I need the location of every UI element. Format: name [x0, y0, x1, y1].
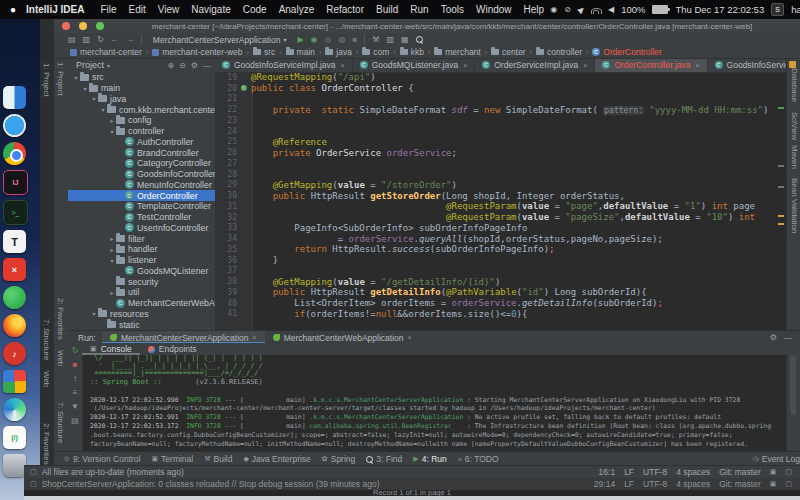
- menu-item[interactable]: View: [152, 4, 186, 15]
- lock-icon[interactable]: ▣: [770, 468, 777, 476]
- chevron-down-icon[interactable]: ▾: [108, 257, 116, 264]
- stop-icon[interactable]: ■: [73, 360, 78, 369]
- tree-item[interactable]: CUserInfoController: [68, 223, 215, 234]
- menu-app-name[interactable]: IntelliJ IDEA: [26, 4, 84, 15]
- tool-window-button[interactable]: ⚒Build: [204, 454, 232, 464]
- code-line[interactable]: 38 @GetMapping(value = "/getDetailInfo/{…: [215, 276, 786, 287]
- dock-icon-terminal[interactable]: >_: [3, 200, 28, 225]
- hide-icon[interactable]: —: [784, 333, 792, 342]
- screen-icon[interactable]: ▢: [785, 480, 792, 488]
- menu-item[interactable]: Edit: [123, 4, 152, 15]
- run-console[interactable]: \/ ___)| |_)| | | | | || (_| | ) ) ) ) '…: [82, 355, 794, 451]
- tree-item[interactable]: ▸config: [68, 115, 215, 126]
- run-configuration-select[interactable]: MerchantCenterServerApplication▾: [153, 35, 287, 45]
- menu-item[interactable]: Refactor: [320, 4, 370, 15]
- tree-item[interactable]: security: [68, 276, 215, 287]
- tool-stripe-label[interactable]: 7: Structure: [42, 319, 51, 360]
- dock-icon-red-x-app[interactable]: ×: [3, 258, 26, 281]
- tree-item[interactable]: ▾controller: [68, 126, 215, 137]
- editor-tab[interactable]: COrderServiceImpl.java×: [475, 58, 595, 72]
- tree-item[interactable]: static: [68, 319, 215, 330]
- tool-window-button[interactable]: ▶4: Run: [413, 454, 446, 464]
- screen-icon[interactable]: ▢: [785, 468, 792, 476]
- editor-tab[interactable]: CGoodsInfoService.java×: [708, 58, 786, 72]
- breadcrumb-item[interactable]: center: [491, 47, 526, 57]
- breadcrumb-item[interactable]: java: [325, 47, 352, 57]
- status-segment[interactable]: UTF-8: [643, 467, 667, 477]
- tree-item[interactable]: ▸handler: [68, 244, 215, 255]
- event-log-button[interactable]: ◷Event Log: [753, 454, 800, 464]
- scrollbar-error-stripe-mark[interactable]: [778, 165, 784, 167]
- softwrap-icon[interactable]: ≡: [73, 388, 78, 397]
- code-line[interactable]: 20public class OrderController {: [215, 83, 786, 94]
- close-icon[interactable]: ×: [463, 62, 467, 69]
- close-icon[interactable]: ×: [583, 62, 587, 69]
- scrollbar-error-stripe-mark[interactable]: [778, 215, 784, 217]
- search-everywhere-icon[interactable]: [416, 36, 423, 43]
- close-icon[interactable]: ×: [407, 334, 411, 341]
- code-line[interactable]: 26 private OrderService orderService;: [215, 147, 786, 158]
- code-line[interactable]: 31 @RequestParam(value = "page",defaultV…: [215, 201, 786, 212]
- tool-window-button[interactable]: 3: Find: [366, 454, 402, 464]
- chevron-down-icon[interactable]: ▾: [81, 85, 89, 92]
- tool-stripe-label[interactable]: 2: Favorites: [42, 423, 51, 465]
- breadcrumb-item[interactable]: com: [362, 47, 389, 57]
- stop-icon[interactable]: ■: [353, 35, 358, 44]
- code-line[interactable]: 29 @GetMapping(value = "/storeOrder"): [215, 180, 786, 191]
- inspection-status-icon[interactable]: [789, 61, 796, 68]
- scrollbar-error-stripe-mark[interactable]: [778, 107, 784, 109]
- build-hammer-icon[interactable]: ⚒: [372, 35, 379, 44]
- breadcrumb-item[interactable]: COrderController: [592, 47, 662, 57]
- stats-badge-icon[interactable]: ◉: [550, 5, 557, 14]
- tool-window-button[interactable]: ◆Java Enterprise: [243, 454, 310, 464]
- code-line[interactable]: 27: [215, 158, 786, 169]
- dock-icon-safari[interactable]: [3, 114, 26, 137]
- tool-stripe-label[interactable]: 1: Project: [56, 62, 65, 96]
- code-line[interactable]: 22 private static SimpleDateFormat sdf =…: [215, 104, 786, 115]
- dock-icon-green-app[interactable]: [3, 286, 26, 309]
- chevron-down-icon[interactable]: ▾: [72, 74, 80, 81]
- tool-stripe-label[interactable]: 2: Favorites: [56, 298, 65, 340]
- breadcrumb-item[interactable]: src: [253, 47, 275, 57]
- code-line[interactable]: 41 if(orderItems!=null&&orderItems.size(…: [215, 309, 786, 320]
- editor-tab[interactable]: CGoodsMQListener.java×: [353, 58, 476, 72]
- locate-icon[interactable]: ⊕: [167, 61, 174, 70]
- tool-stripe-label[interactable]: Web: [56, 350, 65, 366]
- menu-item[interactable]: Navigate: [185, 4, 236, 15]
- menu-user[interactable]: hadoop: [791, 4, 800, 15]
- code-line[interactable]: 19@RequestMapping("/api"): [215, 72, 786, 83]
- chevron-right-icon[interactable]: ▸: [108, 246, 116, 253]
- code-line[interactable]: 24: [215, 126, 786, 137]
- layout-icon[interactable]: ▦: [401, 35, 409, 44]
- status-segment[interactable]: 29:14: [594, 479, 615, 489]
- menu-item[interactable]: Window: [470, 4, 518, 15]
- code-line[interactable]: 23: [215, 115, 786, 126]
- scrollend-icon[interactable]: ▼: [71, 402, 79, 411]
- dock-icon-finder[interactable]: [3, 86, 26, 109]
- menu-item[interactable]: Help: [518, 4, 551, 15]
- clear-icon[interactable]: ▤: [71, 416, 79, 425]
- tree-item[interactable]: ▾listener: [68, 255, 215, 266]
- code-editor[interactable]: 19@RequestMapping("/api")20public class …: [215, 72, 786, 330]
- dock-icon-code-app[interactable]: (/): [3, 426, 26, 449]
- dock-icon-intellij-idea[interactable]: IJ: [3, 170, 28, 195]
- dock-icon-swirl-app[interactable]: [3, 398, 26, 421]
- scrollbar-error-stripe-mark[interactable]: [778, 186, 784, 188]
- tree-item[interactable]: CAuthController: [68, 137, 215, 148]
- scrollbar-error-stripe-mark[interactable]: [778, 223, 784, 225]
- chevron-down-icon[interactable]: ▾: [90, 95, 98, 102]
- lock-icon[interactable]: ▣: [770, 480, 777, 488]
- editor-tab[interactable]: COrderController.java×: [595, 58, 707, 72]
- breadcrumb-item[interactable]: kkb: [400, 47, 424, 57]
- code-line[interactable]: 40 List<OrderItem> orderItems = orderSer…: [215, 298, 786, 309]
- minimize-window-button[interactable]: [79, 22, 87, 30]
- tree-item[interactable]: CMenuInfoController: [68, 180, 215, 191]
- volume-icon[interactable]: ◀: [608, 5, 614, 14]
- chevron-down-icon[interactable]: ▾: [99, 106, 107, 113]
- tree-item[interactable]: ▾com.kkb.merchant.center: [68, 104, 215, 115]
- status-segment[interactable]: LF: [624, 479, 634, 489]
- close-window-button[interactable]: [62, 22, 70, 30]
- tree-item[interactable]: ▾java: [68, 94, 215, 105]
- code-line[interactable]: 34 = orderService.queryAll(shopId,orderS…: [215, 233, 786, 244]
- tool-stripe-label[interactable]: Bean Validation: [790, 178, 799, 233]
